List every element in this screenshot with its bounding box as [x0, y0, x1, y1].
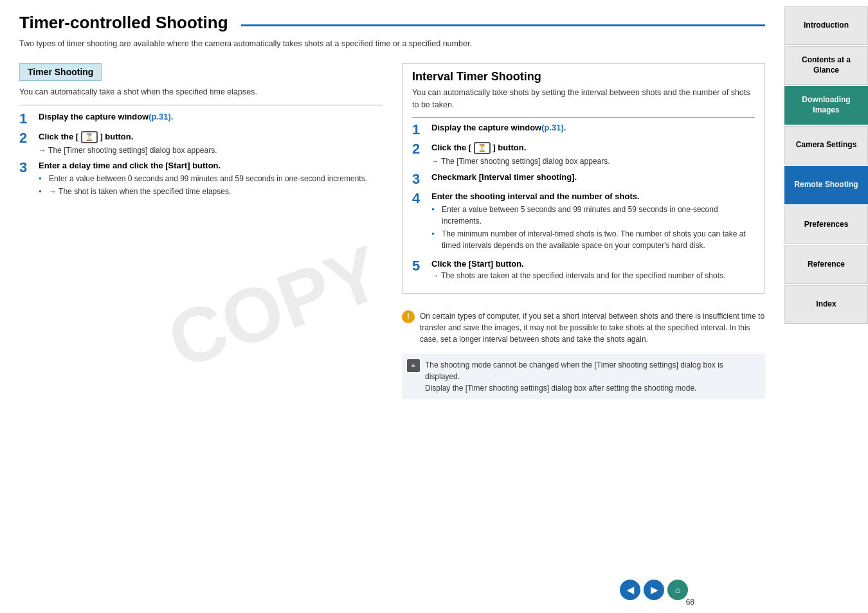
warning-icon: ! [402, 310, 415, 323]
left-section-header: Timer Shooting [19, 63, 102, 81]
bottom-navigation[interactable]: ◀ ▶ ⌂ [620, 580, 688, 600]
left-column: Timer Shooting You can automatically tak… [19, 63, 383, 399]
right-step-1-title: Display the capture window(p.31). [431, 123, 755, 132]
info-icon: ≡ [407, 359, 420, 372]
right-step-number-3: 3 [412, 172, 425, 186]
right-step-2: 2 Click the [ ⏳ ] button. → The [Timer s… [412, 142, 755, 167]
step-number-3: 3 [19, 161, 32, 175]
left-step-3: 3 Enter a delay time and click the [Star… [19, 161, 383, 200]
step-2-detail: → The [Timer shooting settings] dialog b… [39, 145, 383, 156]
note-warning: ! On certain types of computer, if you s… [402, 306, 765, 349]
right-step-number-5: 5 [412, 259, 425, 273]
title-divider [241, 24, 765, 26]
right-step-2-content: Click the [ ⏳ ] button. → The [Timer sho… [431, 142, 755, 167]
timer-icon-right: ⏳ [474, 142, 491, 154]
left-section-desc: You can automatically take a shot when t… [19, 86, 383, 98]
right-step-number-2: 2 [412, 142, 425, 156]
right-step-number-4: 4 [412, 191, 425, 206]
bullet-item: → The shot is taken when the specified t… [39, 186, 383, 197]
page-title: Timer-controlled Shooting [19, 13, 228, 33]
bullet-item: The minimum number of interval-timed sho… [431, 228, 755, 251]
sidebar-item-introduction[interactable]: Introduction [784, 6, 868, 45]
step-2-title: Click the [ ⏳ ] button. [39, 131, 383, 143]
right-step-number-1: 1 [412, 123, 425, 137]
notes-area: ! On certain types of computer, if you s… [402, 306, 765, 399]
step-1-content: Display the capture window(p.31). [39, 112, 383, 123]
right-step-3-title: Checkmark [Interval timer shooting]. [431, 172, 755, 182]
step-1-title: Display the capture window(p.31). [39, 112, 383, 121]
right-step-3-content: Checkmark [Interval timer shooting]. [431, 172, 755, 184]
step-3-content: Enter a delay time and click the [Start]… [39, 161, 383, 200]
right-step-5-title: Click the [Start] button. [431, 259, 755, 269]
sidebar-item-reference[interactable]: Reference [784, 245, 868, 284]
right-step-1-content: Display the capture window(p.31). [431, 123, 755, 134]
right-section-header: Interval Timer Shooting [412, 70, 755, 84]
right-step-4-title: Enter the shooting interval and the numb… [431, 191, 755, 201]
prev-button[interactable]: ◀ [620, 580, 640, 600]
right-step-2-title: Click the [ ⏳ ] button. [431, 142, 755, 154]
step-3-title: Enter a delay time and click the [Start]… [39, 161, 383, 170]
interval-box: Interval Timer Shooting You can automati… [402, 63, 765, 294]
bullet-item: Enter a value between 5 seconds and 99 m… [431, 204, 755, 227]
note-info: ≡ The shooting mode cannot be changed wh… [402, 354, 765, 399]
sidebar-item-remote[interactable]: Remote Shooting [784, 166, 868, 204]
right-step-2-detail: → The [Timer shooting settings] dialog b… [431, 156, 755, 167]
timer-icon-left: ⏳ [81, 131, 98, 143]
step-number-2: 2 [19, 131, 32, 145]
right-step-3: 3 Checkmark [Interval timer shooting]. [412, 172, 755, 186]
right-step-4-bullets: Enter a value between 5 seconds and 99 m… [431, 204, 755, 251]
sidebar-item-contents[interactable]: Contents at a Glance [784, 46, 868, 85]
home-button[interactable]: ⌂ [667, 580, 688, 600]
page-title-area: Timer-controlled Shooting [19, 13, 765, 33]
right-step-4-content: Enter the shooting interval and the numb… [431, 191, 755, 254]
step-number-1: 1 [19, 112, 32, 126]
left-step-1: 1 Display the capture window(p.31). [19, 112, 383, 126]
right-step-5-content: Click the [Start] button. → The shots ar… [431, 259, 755, 281]
page-subtitle: Two types of timer shooting are availabl… [19, 38, 765, 50]
sidebar-item-camera[interactable]: Camera Settings [784, 126, 868, 164]
step-3-bullets: Enter a value between 0 seconds and 99 m… [39, 173, 383, 197]
note-warning-text: On certain types of computer, if you set… [420, 310, 765, 345]
right-step-1: 1 Display the capture window(p.31). [412, 123, 755, 137]
right-step-4: 4 Enter the shooting interval and the nu… [412, 191, 755, 254]
next-button[interactable]: ▶ [644, 580, 664, 600]
sidebar-item-downloading[interactable]: Downloading Images [784, 86, 868, 125]
left-section-divider [19, 105, 383, 105]
step-2-content: Click the [ ⏳ ] button. → The [Timer sho… [39, 131, 383, 156]
right-divider [412, 117, 755, 118]
sidebar-item-index[interactable]: Index [784, 285, 868, 324]
note-info-text: The shooting mode cannot be changed when… [425, 359, 760, 394]
two-column-layout: Timer Shooting You can automatically tak… [19, 63, 765, 399]
sidebar: Introduction Contents at a Glance Downlo… [784, 0, 868, 613]
right-step-5-detail: → The shots are taken at the specified i… [431, 271, 755, 281]
bullet-item: Enter a value between 0 seconds and 99 m… [39, 173, 383, 184]
right-section-desc: You can automatically take shots by sett… [412, 87, 755, 111]
right-step-5: 5 Click the [Start] button. → The shots … [412, 259, 755, 281]
sidebar-item-preferences[interactable]: Preferences [784, 206, 868, 244]
left-step-2: 2 Click the [ ⏳ ] button. → The [Timer s… [19, 131, 383, 156]
right-column: Interval Timer Shooting You can automati… [402, 63, 765, 399]
